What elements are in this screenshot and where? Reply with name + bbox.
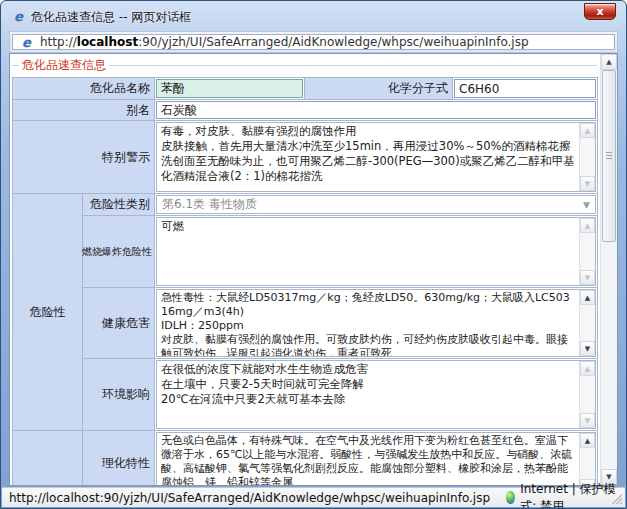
internet-globe-icon bbox=[506, 491, 515, 504]
formula-label: 化学分子式 bbox=[305, 78, 453, 100]
health-cell: 急性毒性：大鼠经LD50317mg／kg；兔经皮LD50。630mg/kg；大鼠… bbox=[155, 288, 598, 359]
warning-textarea[interactable]: 有毒，对皮肤、黏膜有强烈的腐蚀作用 皮肤接触，首先用大量清水冲洗至少15min，… bbox=[157, 123, 579, 191]
hazard-category-cell: 第6.1类 毒性物质 ▼ bbox=[155, 194, 598, 216]
title-bar[interactable]: e 危化品速查信息 -- 网页对话框 x bbox=[1, 1, 626, 31]
main-scrollbar[interactable]: ▲ ▼ bbox=[600, 54, 617, 485]
scroll-down-icon[interactable]: ▼ bbox=[580, 176, 595, 191]
chemical-name-label: 危化品名称 bbox=[13, 78, 155, 100]
chemical-info-table: 危化品名称 苯酚 化学分子式 C6H60 别名 石炭酸 特别警示 有毒，对皮肤、… bbox=[12, 77, 598, 486]
chevron-down-icon[interactable]: ▼ bbox=[583, 200, 590, 210]
explosion-scrollbar[interactable]: ▲ ▼ bbox=[579, 218, 595, 285]
page-title: 危化品速查信息 bbox=[19, 57, 109, 74]
scroll-down-icon[interactable]: ▼ bbox=[580, 270, 595, 285]
hazard-category-label: 危险性类别 bbox=[83, 194, 155, 216]
env-textarea[interactable]: 在很低的浓度下就能对水生生物造成危害 在土壤中，只要2-5天时间就可完全降解 2… bbox=[157, 361, 579, 428]
scroll-down-icon[interactable]: ▼ bbox=[580, 341, 595, 356]
explosion-textarea[interactable]: 可燃 bbox=[157, 218, 579, 285]
phys-cell: 无色或白色晶体，有特殊气味。在空气中及光线作用下变为粉红色甚至红色。室温下微溶于… bbox=[155, 431, 598, 486]
env-scrollbar[interactable]: ▲ ▼ bbox=[579, 361, 595, 428]
resize-grip[interactable] bbox=[610, 492, 622, 504]
health-label: 健康危害 bbox=[83, 288, 155, 359]
env-label: 环境影响 bbox=[83, 359, 155, 431]
scroll-up-icon[interactable]: ▲ bbox=[580, 290, 595, 305]
scroll-up-icon[interactable]: ▲ bbox=[580, 123, 595, 138]
explosion-cell: 可燃 ▲ ▼ bbox=[155, 216, 598, 288]
env-cell: 在很低的浓度下就能对水生生物造成危害 在土壤中，只要2-5天时间就可完全降解 2… bbox=[155, 359, 598, 431]
security-zone: Internet | 保护模式: 禁用 bbox=[506, 481, 618, 509]
scroll-up-icon[interactable]: ▲ bbox=[580, 433, 595, 448]
alias-cell: 石炭酸 bbox=[155, 100, 598, 121]
zone-text: Internet | 保护模式: 禁用 bbox=[520, 481, 618, 509]
scrollbar-thumb[interactable] bbox=[602, 70, 616, 242]
health-textarea[interactable]: 急性毒性：大鼠经LD50317mg／kg；兔经皮LD50。630mg/kg；大鼠… bbox=[157, 290, 579, 356]
phys-group-cell bbox=[13, 431, 83, 486]
warning-label: 特别警示 bbox=[13, 121, 155, 194]
hazard-group-label: 危险性 bbox=[13, 194, 83, 431]
page-content: 危化品速查信息 危化品名称 苯酚 化学分子式 C6H60 别名 石炭酸 特别警示… bbox=[9, 53, 618, 486]
window-title: 危化品速查信息 -- 网页对话框 bbox=[31, 9, 191, 26]
ie-favicon-icon: e bbox=[19, 35, 34, 50]
status-bar: http://localhost:90/yjzh/UI/SafeArranged… bbox=[2, 487, 625, 507]
chemical-name-cell: 苯酚 bbox=[155, 78, 305, 100]
status-url: http://localhost:90/yjzh/UI/SafeArranged… bbox=[9, 491, 490, 505]
address-bar: e http://localhost:90/yjzh/UI/SafeArrang… bbox=[9, 31, 618, 53]
scroll-up-icon[interactable]: ▲ bbox=[601, 54, 617, 70]
explosion-label: 燃烧爆炸危险性 bbox=[83, 216, 155, 288]
scrollbar-grip-icon bbox=[606, 152, 612, 159]
phys-textarea[interactable]: 无色或白色晶体，有特殊气味。在空气中及光线作用下变为粉红色甚至红色。室温下微溶于… bbox=[157, 433, 579, 486]
legend-line-right bbox=[109, 65, 597, 66]
close-button[interactable]: x bbox=[584, 3, 616, 20]
health-scrollbar[interactable]: ▲ ▼ bbox=[579, 290, 595, 356]
scroll-up-icon[interactable]: ▲ bbox=[580, 218, 595, 233]
dialog-window: e 危化品速查信息 -- 网页对话框 x e http://localhost:… bbox=[0, 0, 627, 509]
hazard-category-value: 第6.1类 毒性物质 bbox=[162, 196, 257, 213]
legend-line-left bbox=[12, 65, 19, 66]
warning-scrollbar[interactable]: ▲ ▼ bbox=[579, 123, 595, 191]
url-text: http://localhost:90/yjzh/UI/SafeArranged… bbox=[40, 35, 529, 49]
warning-cell: 有毒，对皮肤、黏膜有强烈的腐蚀作用 皮肤接触，首先用大量清水冲洗至少15min，… bbox=[155, 121, 598, 194]
phys-label: 理化特性 bbox=[83, 431, 155, 486]
chemical-name-input[interactable]: 苯酚 bbox=[156, 79, 303, 98]
fieldset-legend: 危化品速查信息 bbox=[12, 58, 597, 73]
address-input[interactable]: e http://localhost:90/yjzh/UI/SafeArrang… bbox=[12, 34, 615, 50]
alias-input[interactable]: 石炭酸 bbox=[156, 101, 596, 119]
formula-input[interactable]: C6H60 bbox=[454, 79, 596, 98]
scroll-up-icon[interactable]: ▲ bbox=[580, 361, 595, 376]
hazard-category-select[interactable]: 第6.1类 毒性物质 ▼ bbox=[156, 195, 596, 214]
phys-scrollbar[interactable]: ▲ ▼ bbox=[579, 433, 595, 486]
ie-page-icon: e bbox=[11, 9, 26, 24]
formula-cell: C6H60 bbox=[453, 78, 598, 100]
alias-label: 别名 bbox=[13, 100, 155, 121]
scroll-down-icon[interactable]: ▼ bbox=[580, 413, 595, 428]
